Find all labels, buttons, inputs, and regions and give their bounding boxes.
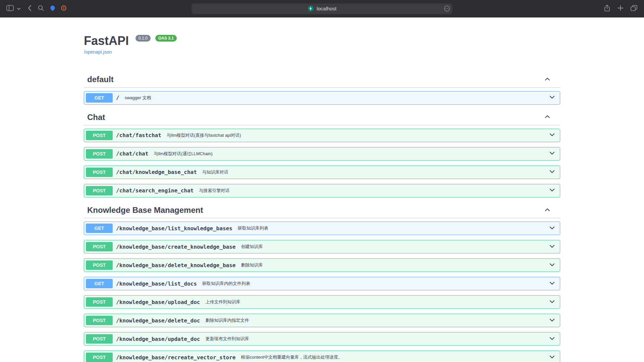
extension-orange-button[interactable] (58, 4, 69, 14)
method-badge: POST (86, 149, 113, 159)
page-content: FastAPI 0.1.0 OAS 3.1 /openapi.json defa… (0, 17, 644, 362)
openapi-spec-link[interactable]: /openapi.json (84, 49, 112, 55)
operation-summary[interactable]: POST /chat/chat 与llm模型对话(通过LLMChain) (84, 147, 560, 160)
operation-description: 与llm模型对话(直接与fastchat api对话) (165, 132, 549, 138)
back-button[interactable] (24, 4, 35, 14)
operation-description: 获取知识库内的文件列表 (200, 281, 549, 287)
collapse-section-button[interactable] (544, 76, 553, 83)
chevron-up-icon (544, 113, 551, 121)
operation-path: /chat/knowledge_base_chat (113, 169, 200, 175)
operation-summary[interactable]: GET /knowledge_base/list_docs 获取知识库内的文件列… (84, 277, 560, 290)
tab-overview-button[interactable] (629, 4, 639, 14)
method-badge: POST (86, 168, 113, 177)
operation-list: GET /knowledge_base/list_knowledge_bases… (84, 222, 560, 362)
page-title: FastAPI 0.1.0 OAS 3.1 (84, 34, 560, 48)
extension-blue-button[interactable] (47, 4, 58, 14)
search-button[interactable] (36, 4, 46, 14)
expand-operation-button[interactable] (549, 225, 558, 232)
operation-summary[interactable]: POST /chat/search_engine_chat 与搜索引擎对话 (84, 184, 560, 197)
operation-path: /chat/search_engine_chat (113, 187, 197, 194)
section-header[interactable]: Chat (84, 110, 560, 125)
operation-row[interactable]: POST /chat/search_engine_chat 与搜索引擎对话 (84, 184, 560, 197)
expand-operation-button[interactable] (549, 261, 558, 269)
operation-summary[interactable]: POST /knowledge_base/delete_knowledge_ba… (84, 259, 560, 272)
expand-operation-button[interactable] (549, 243, 558, 251)
operation-row[interactable]: POST /chat/fastchat 与llm模型对话(直接与fastchat… (84, 129, 560, 142)
tab-overview-icon (630, 5, 638, 12)
operation-row[interactable]: GET /knowledge_base/list_docs 获取知识库内的文件列… (84, 277, 560, 290)
expand-operation-button[interactable] (549, 298, 558, 306)
share-icon (604, 4, 610, 13)
operation-summary[interactable]: POST /chat/knowledge_base_chat 与知识库对话 (84, 166, 560, 179)
operation-row[interactable]: POST /knowledge_base/upload_doc 上传文件到知识库 (84, 295, 560, 309)
method-badge: POST (86, 186, 113, 195)
collapse-section-button[interactable] (544, 206, 553, 214)
search-icon (38, 5, 44, 12)
sidebar-toggle-button[interactable] (5, 4, 15, 14)
method-badge: GET (86, 93, 113, 103)
operation-list: GET / swagger 文档 (84, 91, 560, 105)
new-tab-button[interactable] (615, 4, 626, 14)
chevron-down-icon (549, 261, 555, 269)
expand-operation-button[interactable] (549, 131, 558, 139)
method-badge: POST (86, 297, 113, 307)
operation-row[interactable]: POST /knowledge_base/update_doc 更新现有文件到知… (84, 332, 560, 346)
operation-path: /knowledge_base/recreate_vector_store (113, 354, 239, 361)
chevron-down-icon (17, 6, 20, 11)
operation-description: 与llm模型对话(通过LLMChain) (152, 151, 549, 157)
operation-row[interactable]: POST /chat/knowledge_base_chat 与知识库对话 (84, 166, 560, 179)
expand-operation-button[interactable] (549, 94, 558, 102)
expand-operation-button[interactable] (549, 354, 558, 361)
operation-summary[interactable]: POST /knowledge_base/delete_doc 删除知识库内指定… (84, 314, 560, 327)
expand-operation-button[interactable] (549, 280, 558, 288)
operation-summary[interactable]: GET / swagger 文档 (84, 92, 560, 104)
operation-row[interactable]: POST /knowledge_base/delete_knowledge_ba… (84, 258, 560, 272)
method-badge: POST (86, 316, 113, 325)
plus-icon (617, 5, 624, 12)
operation-path: /knowledge_base/list_knowledge_bases (113, 225, 236, 232)
chevron-down-icon (549, 187, 555, 194)
operation-row[interactable]: POST /chat/chat 与llm模型对话(通过LLMChain) (84, 147, 560, 161)
expand-operation-button[interactable] (549, 335, 558, 343)
expand-operation-button[interactable] (549, 317, 558, 324)
operation-summary[interactable]: POST /knowledge_base/upload_doc 上传文件到知识库 (84, 296, 560, 308)
operation-path: /knowledge_base/upload_doc (113, 299, 203, 305)
operation-path: /knowledge_base/create_knowledge_base (113, 244, 239, 250)
operation-summary[interactable]: POST /chat/fastchat 与llm模型对话(直接与fastchat… (84, 129, 560, 142)
chevron-down-icon (549, 280, 555, 288)
collapse-section-button[interactable] (544, 113, 553, 121)
operation-path: /knowledge_base/delete_doc (113, 317, 203, 324)
expand-operation-button[interactable] (549, 187, 558, 194)
version-badge: 0.1.0 (136, 35, 151, 42)
method-badge: POST (86, 334, 113, 344)
browser-toolbar: localhost (0, 0, 644, 17)
operation-summary[interactable]: GET /knowledge_base/list_knowledge_bases… (84, 222, 560, 235)
operation-summary[interactable]: POST /knowledge_base/update_doc 更新现有文件到知… (84, 333, 560, 345)
extension-blue-icon (49, 5, 56, 12)
api-section: Knowledge Base Management GET /knowledge… (84, 202, 560, 362)
sidebar-menu-button[interactable] (16, 4, 21, 14)
chevron-down-icon (549, 94, 555, 102)
operation-list: POST /chat/fastchat 与llm模型对话(直接与fastchat… (84, 129, 560, 197)
chevron-down-icon (549, 225, 555, 232)
operation-row[interactable]: GET / swagger 文档 (84, 91, 560, 105)
expand-operation-button[interactable] (549, 150, 558, 158)
operation-row[interactable]: POST /knowledge_base/delete_doc 删除知识库内指定… (84, 314, 560, 327)
operation-row[interactable]: POST /knowledge_base/recreate_vector_sto… (84, 351, 560, 362)
expand-operation-button[interactable] (549, 168, 558, 176)
share-button[interactable] (602, 4, 612, 14)
address-bar[interactable]: localhost (192, 3, 452, 14)
section-header[interactable]: Knowledge Base Management (84, 202, 560, 218)
chevron-down-icon (549, 131, 555, 139)
operation-summary[interactable]: POST /knowledge_base/recreate_vector_sto… (84, 351, 560, 362)
operation-row[interactable]: POST /knowledge_base/create_knowledge_ba… (84, 240, 560, 253)
api-info: FastAPI 0.1.0 OAS 3.1 /openapi.json (84, 34, 560, 55)
method-badge: GET (86, 279, 113, 288)
page-menu-button[interactable] (444, 5, 450, 13)
operation-row[interactable]: GET /knowledge_base/list_knowledge_bases… (84, 222, 560, 235)
operation-description: 根据content中文档重建向量库，流式输出处理进度。 (239, 354, 549, 360)
api-title-text: FastAPI (84, 34, 129, 48)
section-header[interactable]: default (84, 72, 560, 87)
sections-root: default GET / swagger 文档 Chat (84, 72, 560, 362)
operation-summary[interactable]: POST /knowledge_base/create_knowledge_ba… (84, 240, 560, 253)
